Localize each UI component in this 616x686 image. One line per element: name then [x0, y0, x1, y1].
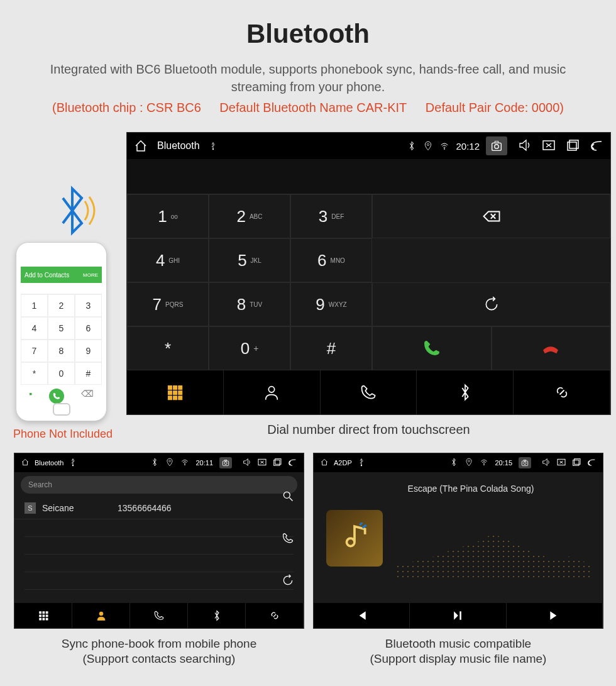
key-star[interactable]: * [127, 326, 209, 370]
nav-call-log[interactable] [130, 603, 188, 628]
phonebook-statusbar: Bluetooth 20:11 [14, 453, 304, 472]
nav-pair[interactable] [246, 603, 304, 628]
clock-time: 20:11 [195, 459, 213, 467]
close-window-icon[interactable] [257, 457, 267, 468]
nav-pair[interactable] [514, 370, 610, 414]
phone-key-3: 3 [75, 294, 102, 317]
close-window-icon[interactable] [556, 457, 566, 468]
hangup-button[interactable] [492, 326, 611, 370]
phone-key-6: 6 [75, 317, 102, 340]
key-0[interactable]: 0+ [209, 326, 290, 370]
empty-row [25, 572, 294, 590]
prev-track-button[interactable] [314, 603, 410, 628]
nav-keypad[interactable] [14, 603, 72, 628]
next-track-button[interactable] [507, 603, 603, 628]
nav-contacts[interactable] [224, 370, 321, 414]
nav-keypad[interactable] [127, 370, 224, 414]
back-icon[interactable] [586, 457, 597, 468]
key-2[interactable]: 2ABC [209, 194, 290, 238]
nav-bluetooth[interactable] [188, 603, 246, 628]
nav-call-log[interactable] [321, 370, 417, 414]
statusbar-title: Bluetooth [157, 140, 200, 152]
key-1[interactable]: 1oo [127, 194, 209, 238]
dialer-screen: Bluetooth 20:12 1oo 2ABC 3DEF 4GHI 5JKL … [126, 132, 611, 415]
volume-icon[interactable] [242, 457, 252, 468]
key-8[interactable]: 8TUV [209, 282, 290, 326]
call-button[interactable] [372, 326, 492, 370]
key-4[interactable]: 4GHI [127, 238, 209, 282]
camera-icon[interactable] [519, 457, 531, 468]
statusbar-title: Bluetooth [35, 459, 63, 467]
phone-topbar-more: MORE [83, 272, 98, 278]
side-call-icon[interactable] [282, 532, 294, 547]
statusbar-title: A2DP [334, 459, 352, 467]
close-window-icon[interactable] [541, 138, 556, 155]
play-pause-button[interactable] [410, 603, 506, 628]
camera-icon[interactable] [486, 136, 507, 155]
phone-key-star: * [21, 362, 48, 385]
home-icon[interactable] [133, 138, 148, 153]
spec-chip: (Bluetooth chip : CSR BC6 [52, 101, 201, 114]
phone-key-5: 5 [48, 317, 75, 340]
bluetooth-signal-icon [50, 185, 101, 236]
search-input[interactable]: Search [21, 476, 297, 494]
music-statusbar: A2DP 20:15 [314, 453, 603, 472]
key-6[interactable]: 6MNO [290, 238, 372, 282]
nav-bluetooth[interactable] [417, 370, 514, 414]
phone-key-4: 4 [21, 317, 48, 340]
volume-icon[interactable] [541, 457, 551, 468]
phone-key-hash: # [75, 362, 102, 385]
phone-topbar-label: Add to Contacts [25, 272, 69, 279]
phone-key-9: 9 [75, 340, 102, 362]
phone-backspace-icon: ⌫ [81, 389, 94, 404]
side-refresh-icon[interactable] [282, 574, 294, 589]
contact-badge: S [25, 502, 36, 514]
contact-name: Seicane [42, 503, 118, 513]
phone-key-0: 0 [48, 362, 75, 385]
camera-icon[interactable] [219, 457, 232, 468]
phonebook-screen: Bluetooth 20:11 Search S Seicane 1356666… [14, 453, 304, 629]
usb-icon [69, 458, 77, 468]
usb-icon [357, 458, 366, 468]
audio-visualizer [395, 529, 590, 579]
phone-home-button [53, 403, 70, 416]
phone-key-7: 7 [21, 340, 48, 362]
backspace-button[interactable] [372, 194, 610, 238]
wifi-icon [439, 141, 449, 151]
redial-button[interactable] [372, 282, 610, 326]
phone-mockup: Add to Contacts MORE 123 456 789 *0# ▪ ⌫ [16, 242, 107, 421]
music-caption: Bluetooth music compatible (Support disp… [313, 637, 603, 666]
phone-key-2: 2 [48, 294, 75, 317]
side-search-icon[interactable] [282, 490, 294, 505]
spec-pair: Default Pair Code: 0000) [426, 101, 564, 114]
recent-apps-icon[interactable] [272, 457, 282, 468]
back-icon[interactable] [287, 457, 297, 468]
page-subtitle: Integrated with BC6 Bluetooth module, su… [0, 49, 616, 101]
spec-name: Default Bluetooth Name CAR-KIT [219, 101, 407, 114]
key-hash[interactable]: # [290, 326, 372, 370]
number-display [127, 159, 610, 194]
empty-row [25, 519, 294, 537]
key-5[interactable]: 5JKL [209, 238, 290, 282]
recent-apps-icon[interactable] [571, 457, 581, 468]
location-icon [165, 458, 174, 468]
home-icon[interactable] [320, 458, 329, 468]
phone-video-icon: ▪ [29, 389, 32, 404]
page-title: Bluetooth [0, 0, 616, 49]
nav-contacts[interactable] [72, 603, 130, 628]
phone-call-icon [49, 389, 64, 404]
key-9[interactable]: 9WXYZ [290, 282, 372, 326]
key-3[interactable]: 3DEF [290, 194, 372, 238]
back-icon[interactable] [589, 138, 604, 155]
empty-row [25, 555, 294, 572]
location-icon [465, 458, 473, 468]
bluetooth-icon [150, 458, 159, 468]
phone-key-1: 1 [21, 294, 48, 317]
contact-row[interactable]: S Seicane 13566664466 [14, 497, 304, 519]
album-art-icon [326, 510, 383, 567]
phone-key-8: 8 [48, 340, 75, 362]
key-7[interactable]: 7PQRS [127, 282, 209, 326]
volume-icon[interactable] [517, 138, 532, 155]
recent-apps-icon[interactable] [565, 138, 580, 155]
home-icon[interactable] [21, 458, 30, 468]
